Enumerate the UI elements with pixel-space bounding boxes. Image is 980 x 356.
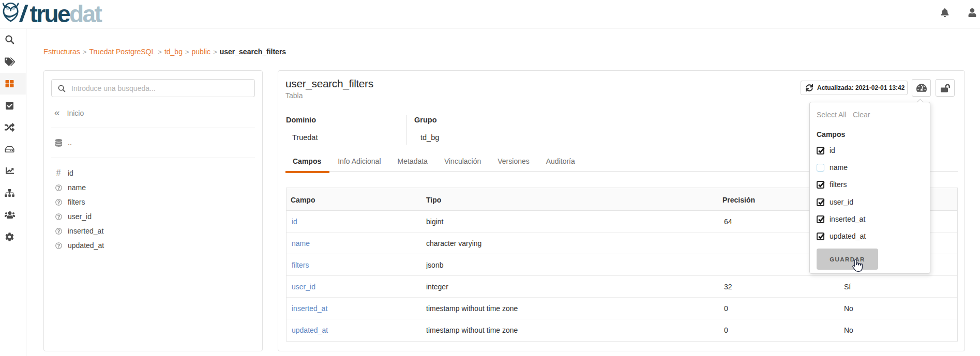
svg-text:truedat: truedat — [30, 1, 102, 25]
